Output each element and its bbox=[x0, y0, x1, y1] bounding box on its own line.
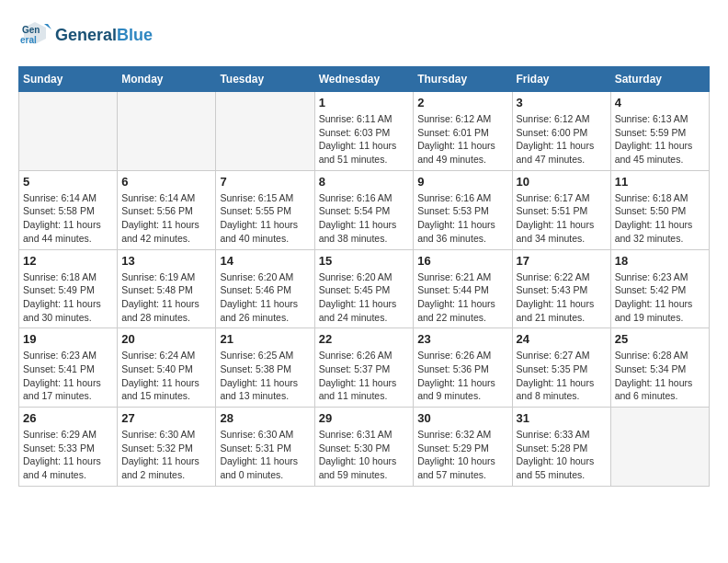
day-number: 16 bbox=[417, 254, 507, 268]
day-info: Sunrise: 6:20 AM Sunset: 5:45 PM Dayligh… bbox=[319, 270, 410, 325]
day-number: 12 bbox=[23, 254, 113, 268]
calendar-cell: 24Sunrise: 6:27 AM Sunset: 5:35 PM Dayli… bbox=[512, 328, 610, 408]
day-info: Sunrise: 6:13 AM Sunset: 5:59 PM Dayligh… bbox=[615, 112, 705, 167]
day-number: 29 bbox=[319, 411, 410, 425]
day-number: 8 bbox=[319, 175, 410, 189]
day-info: Sunrise: 6:23 AM Sunset: 5:41 PM Dayligh… bbox=[23, 349, 113, 403]
day-number: 1 bbox=[319, 96, 410, 109]
day-info: Sunrise: 6:12 AM Sunset: 6:01 PM Dayligh… bbox=[417, 112, 507, 167]
calendar-cell bbox=[216, 92, 314, 171]
day-info: Sunrise: 6:16 AM Sunset: 5:53 PM Dayligh… bbox=[417, 191, 507, 246]
calendar-cell bbox=[118, 92, 216, 171]
day-info: Sunrise: 6:23 AM Sunset: 5:42 PM Dayligh… bbox=[615, 270, 705, 325]
header: Gen eral GeneralBlue bbox=[18, 18, 710, 52]
day-info: Sunrise: 6:27 AM Sunset: 5:35 PM Dayligh… bbox=[517, 349, 607, 403]
logo: Gen eral GeneralBlue bbox=[18, 18, 153, 52]
day-number: 9 bbox=[417, 175, 507, 189]
day-info: Sunrise: 6:18 AM Sunset: 5:49 PM Dayligh… bbox=[23, 270, 113, 325]
day-info: Sunrise: 6:26 AM Sunset: 5:36 PM Dayligh… bbox=[417, 349, 507, 403]
day-number: 18 bbox=[615, 254, 705, 268]
day-number: 20 bbox=[121, 332, 211, 346]
day-number: 17 bbox=[517, 254, 607, 268]
calendar-cell: 17Sunrise: 6:22 AM Sunset: 5:43 PM Dayli… bbox=[512, 249, 610, 328]
calendar-cell: 15Sunrise: 6:20 AM Sunset: 5:45 PM Dayli… bbox=[314, 249, 414, 328]
calendar-cell: 13Sunrise: 6:19 AM Sunset: 5:48 PM Dayli… bbox=[118, 249, 216, 328]
day-info: Sunrise: 6:11 AM Sunset: 6:03 PM Dayligh… bbox=[319, 112, 410, 167]
day-info: Sunrise: 6:20 AM Sunset: 5:46 PM Dayligh… bbox=[220, 270, 310, 325]
calendar-cell: 6Sunrise: 6:14 AM Sunset: 5:56 PM Daylig… bbox=[118, 170, 216, 249]
calendar: SundayMondayTuesdayWednesdayThursdayFrid… bbox=[18, 66, 710, 487]
calendar-cell: 20Sunrise: 6:24 AM Sunset: 5:40 PM Dayli… bbox=[118, 328, 216, 408]
calendar-cell: 3Sunrise: 6:12 AM Sunset: 6:00 PM Daylig… bbox=[512, 92, 610, 171]
day-number: 10 bbox=[517, 175, 607, 189]
day-info: Sunrise: 6:32 AM Sunset: 5:29 PM Dayligh… bbox=[417, 428, 507, 482]
weekday-header: Friday bbox=[512, 67, 610, 92]
calendar-cell: 21Sunrise: 6:25 AM Sunset: 5:38 PM Dayli… bbox=[216, 328, 314, 408]
day-info: Sunrise: 6:33 AM Sunset: 5:28 PM Dayligh… bbox=[517, 428, 607, 482]
weekday-header: Wednesday bbox=[314, 67, 414, 92]
calendar-week-row: 26Sunrise: 6:29 AM Sunset: 5:33 PM Dayli… bbox=[19, 408, 710, 487]
day-info: Sunrise: 6:16 AM Sunset: 5:54 PM Dayligh… bbox=[319, 191, 410, 246]
calendar-cell: 12Sunrise: 6:18 AM Sunset: 5:49 PM Dayli… bbox=[19, 249, 118, 328]
day-number: 19 bbox=[23, 332, 113, 346]
day-number: 13 bbox=[121, 254, 211, 268]
day-info: Sunrise: 6:19 AM Sunset: 5:48 PM Dayligh… bbox=[121, 270, 211, 325]
weekday-header: Sunday bbox=[19, 67, 118, 92]
weekday-header-row: SundayMondayTuesdayWednesdayThursdayFrid… bbox=[19, 67, 710, 92]
day-info: Sunrise: 6:21 AM Sunset: 5:44 PM Dayligh… bbox=[417, 270, 507, 325]
calendar-cell: 25Sunrise: 6:28 AM Sunset: 5:34 PM Dayli… bbox=[610, 328, 709, 408]
day-info: Sunrise: 6:26 AM Sunset: 5:37 PM Dayligh… bbox=[319, 349, 410, 403]
day-info: Sunrise: 6:18 AM Sunset: 5:50 PM Dayligh… bbox=[615, 191, 705, 246]
calendar-cell: 7Sunrise: 6:15 AM Sunset: 5:55 PM Daylig… bbox=[216, 170, 314, 249]
calendar-cell: 9Sunrise: 6:16 AM Sunset: 5:53 PM Daylig… bbox=[414, 170, 512, 249]
weekday-header: Thursday bbox=[414, 67, 512, 92]
day-info: Sunrise: 6:12 AM Sunset: 6:00 PM Dayligh… bbox=[517, 112, 607, 167]
day-number: 22 bbox=[319, 332, 410, 346]
logo-icon: Gen eral bbox=[18, 18, 51, 52]
day-info: Sunrise: 6:15 AM Sunset: 5:55 PM Dayligh… bbox=[220, 191, 310, 246]
day-info: Sunrise: 6:17 AM Sunset: 5:51 PM Dayligh… bbox=[517, 191, 607, 246]
day-number: 25 bbox=[615, 332, 705, 346]
day-info: Sunrise: 6:31 AM Sunset: 5:30 PM Dayligh… bbox=[319, 428, 410, 482]
day-number: 5 bbox=[23, 175, 113, 189]
calendar-cell: 16Sunrise: 6:21 AM Sunset: 5:44 PM Dayli… bbox=[414, 249, 512, 328]
svg-text:Gen: Gen bbox=[22, 25, 40, 35]
calendar-cell: 1Sunrise: 6:11 AM Sunset: 6:03 PM Daylig… bbox=[314, 92, 414, 171]
day-number: 14 bbox=[220, 254, 310, 268]
logo-general: General bbox=[55, 26, 117, 44]
calendar-cell bbox=[19, 92, 118, 171]
day-number: 4 bbox=[615, 96, 705, 109]
svg-text:eral: eral bbox=[20, 35, 37, 45]
day-info: Sunrise: 6:29 AM Sunset: 5:33 PM Dayligh… bbox=[23, 428, 113, 482]
calendar-cell: 4Sunrise: 6:13 AM Sunset: 5:59 PM Daylig… bbox=[610, 92, 709, 171]
logo-blue: Blue bbox=[117, 26, 153, 44]
day-number: 2 bbox=[417, 96, 507, 109]
calendar-cell: 14Sunrise: 6:20 AM Sunset: 5:46 PM Dayli… bbox=[216, 249, 314, 328]
day-number: 3 bbox=[517, 96, 607, 109]
day-info: Sunrise: 6:24 AM Sunset: 5:40 PM Dayligh… bbox=[121, 349, 211, 403]
calendar-cell: 11Sunrise: 6:18 AM Sunset: 5:50 PM Dayli… bbox=[610, 170, 709, 249]
day-number: 26 bbox=[23, 411, 113, 425]
weekday-header: Saturday bbox=[610, 67, 709, 92]
day-number: 28 bbox=[220, 411, 310, 425]
day-number: 23 bbox=[417, 332, 507, 346]
day-number: 15 bbox=[319, 254, 410, 268]
day-number: 11 bbox=[615, 175, 705, 189]
day-number: 7 bbox=[220, 175, 310, 189]
calendar-week-row: 5Sunrise: 6:14 AM Sunset: 5:58 PM Daylig… bbox=[19, 170, 710, 249]
day-info: Sunrise: 6:30 AM Sunset: 5:31 PM Dayligh… bbox=[220, 428, 310, 482]
calendar-cell: 18Sunrise: 6:23 AM Sunset: 5:42 PM Dayli… bbox=[610, 249, 709, 328]
calendar-cell bbox=[610, 408, 709, 487]
calendar-cell: 30Sunrise: 6:32 AM Sunset: 5:29 PM Dayli… bbox=[414, 408, 512, 487]
day-info: Sunrise: 6:22 AM Sunset: 5:43 PM Dayligh… bbox=[517, 270, 607, 325]
calendar-cell: 26Sunrise: 6:29 AM Sunset: 5:33 PM Dayli… bbox=[19, 408, 118, 487]
day-number: 6 bbox=[121, 175, 211, 189]
day-number: 27 bbox=[121, 411, 211, 425]
calendar-cell: 31Sunrise: 6:33 AM Sunset: 5:28 PM Dayli… bbox=[512, 408, 610, 487]
calendar-cell: 2Sunrise: 6:12 AM Sunset: 6:01 PM Daylig… bbox=[414, 92, 512, 171]
day-number: 24 bbox=[517, 332, 607, 346]
day-number: 21 bbox=[220, 332, 310, 346]
calendar-cell: 10Sunrise: 6:17 AM Sunset: 5:51 PM Dayli… bbox=[512, 170, 610, 249]
day-info: Sunrise: 6:14 AM Sunset: 5:56 PM Dayligh… bbox=[121, 191, 211, 246]
weekday-header: Tuesday bbox=[216, 67, 314, 92]
